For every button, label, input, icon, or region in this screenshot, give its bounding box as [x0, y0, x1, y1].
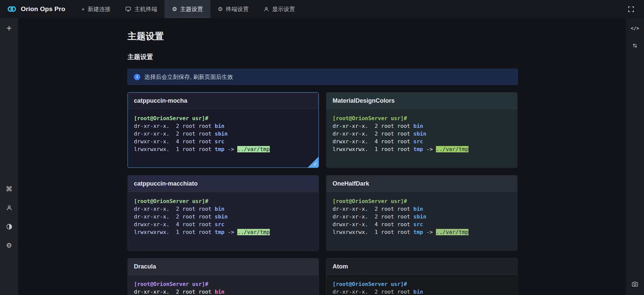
terminal-line: lrwxrwxrwx. 1 root root tmp -> ../var/tm… [134, 145, 312, 153]
app-logo-icon [7, 4, 17, 14]
nav-host-terminal[interactable]: 主机终端 [118, 0, 164, 18]
gear-icon: ⚙ [172, 6, 177, 12]
fullscreen-icon [628, 6, 634, 12]
theme-card-header: catppuccin-macchiato [128, 176, 318, 192]
theme-card-Atom[interactable]: Atom [root@OrionServer usr]#dr-xr-xr-x. … [326, 258, 517, 295]
terminal-line: lrwxrwxrwx. 1 root root tmp -> ../var/tm… [333, 145, 511, 153]
terminal-preview: [root@OrionServer usr]#dr-xr-xr-x. 2 roo… [128, 109, 318, 153]
terminal-line: drwxr-xr-x. 4 root root src [333, 220, 511, 228]
terminal-line: [root@OrionServer usr]# [134, 280, 312, 288]
terminal-line: dr-xr-xr-x. 2 root root bin [333, 288, 511, 295]
nav-label-theme-settings: 主题设置 [180, 5, 203, 13]
nav-label-terminal-settings: 终端设置 [226, 5, 249, 13]
info-alert: i 选择后会立刻保存, 刷新页面后生效 [128, 69, 518, 85]
top-navbar: Orion Ops Pro + 新建连接 主机终端 ⚙ 主题设置 ⚙ 终端设置 … [0, 0, 644, 18]
add-connection-button[interactable]: + [3, 22, 15, 34]
terminal-line: dr-xr-xr-x. 2 root root bin [333, 122, 511, 130]
terminal-line: dr-xr-xr-x. 2 root root sbin [134, 213, 312, 220]
theme-name: catppuccin-mocha [134, 97, 187, 104]
command-palette-button[interactable]: ⌘ [3, 183, 15, 195]
theme-card-catppuccin-macchiato[interactable]: catppuccin-macchiato [root@OrionServer u… [128, 175, 319, 251]
terminal-preview: [root@OrionServer usr]#dr-xr-xr-x. 2 roo… [327, 275, 517, 295]
settings-button[interactable]: ⚙ [3, 239, 15, 251]
nav-label-new-connection: 新建连接 [88, 5, 110, 13]
theme-card-OneHalfDark[interactable]: OneHalfDark [root@OrionServer usr]#dr-xr… [326, 175, 517, 251]
left-sidebar: + ⌘ ⚙ [0, 18, 18, 295]
theme-card-header: Dracula [128, 258, 318, 275]
plus-icon: + [6, 23, 12, 34]
terminal-line: lrwxrwxrwx. 1 root root tmp -> ../var/tm… [333, 228, 511, 236]
check-icon: ✓ [313, 161, 317, 167]
terminal-line: dr-xr-xr-x. 2 root root bin [333, 205, 511, 213]
terminal-line: [root@OrionServer usr]# [134, 114, 312, 122]
code-view-button[interactable]: </> [629, 22, 641, 34]
terminal-preview: [root@OrionServer usr]#dr-xr-xr-x. 2 roo… [128, 192, 318, 236]
main-content: 主题设置 主题设置 i 选择后会立刻保存, 刷新页面后生效 catppuccin… [18, 18, 626, 295]
terminal-line: [root@OrionServer usr]# [333, 280, 511, 288]
fullscreen-button[interactable] [625, 3, 637, 15]
terminal-preview: [root@OrionServer usr]#dr-xr-xr-x. 2 roo… [128, 275, 318, 295]
theme-card-catppuccin-mocha[interactable]: catppuccin-mocha [root@OrionServer usr]#… [128, 92, 319, 168]
theme-name: MaterialDesignColors [333, 97, 395, 104]
gear-icon: ⚙ [218, 6, 223, 12]
theme-card-header: Atom [327, 258, 517, 275]
terminal-preview: [root@OrionServer usr]#dr-xr-xr-x. 2 roo… [327, 109, 517, 153]
terminal-line: [root@OrionServer usr]# [333, 114, 511, 122]
theme-grid: catppuccin-mocha [root@OrionServer usr]#… [128, 92, 518, 295]
theme-icon [6, 224, 12, 230]
theme-name: Dracula [134, 263, 156, 270]
terminal-line: dr-xr-xr-x. 2 root root bin [134, 122, 312, 130]
terminal-preview: [root@OrionServer usr]#dr-xr-xr-x. 2 roo… [327, 192, 517, 236]
nav-new-connection[interactable]: + 新建连接 [74, 0, 118, 18]
gear-icon: ⚙ [6, 242, 12, 249]
theme-name: OneHalfDark [333, 180, 369, 187]
terminal-line: drwxr-xr-x. 4 root root src [134, 220, 312, 228]
nav-display-settings[interactable]: 显示设置 [256, 0, 302, 18]
nav-label-host-terminal: 主机终端 [134, 5, 157, 13]
theme-card-header: MaterialDesignColors [327, 93, 517, 109]
theme-toggle-button[interactable] [3, 220, 15, 233]
terminal-line: dr-xr-xr-x. 2 root root sbin [333, 130, 511, 138]
page-title: 主题设置 [128, 31, 518, 42]
command-icon: ⌘ [6, 186, 12, 192]
terminal-line: dr-xr-xr-x. 2 root root bin [134, 288, 312, 295]
theme-name: Atom [333, 263, 348, 270]
code-icon: </> [631, 26, 639, 31]
terminal-line: dr-xr-xr-x. 2 root root bin [134, 205, 312, 213]
sort-icon [632, 43, 638, 49]
terminal-line: [root@OrionServer usr]# [333, 197, 511, 205]
screenshot-button[interactable] [629, 278, 641, 290]
terminal-line: lrwxrwxrwx. 1 root root tmp -> ../var/tm… [134, 228, 312, 236]
app-title: Orion Ops Pro [21, 5, 65, 13]
camera-icon [632, 281, 638, 288]
nav-theme-settings[interactable]: ⚙ 主题设置 [164, 0, 210, 18]
user-profile-button[interactable] [3, 202, 15, 214]
user-icon [263, 6, 269, 12]
terminal-line: drwxr-xr-x. 4 root root src [333, 138, 511, 145]
terminal-line: [root@OrionServer usr]# [134, 197, 312, 205]
terminal-line: dr-xr-xr-x. 2 root root sbin [333, 213, 511, 220]
user-icon [6, 205, 12, 211]
info-icon: i [134, 74, 140, 80]
theme-card-header: OneHalfDark [327, 176, 517, 192]
nav-label-display-settings: 显示设置 [272, 5, 295, 13]
nav-terminal-settings[interactable]: ⚙ 终端设置 [210, 0, 256, 18]
terminal-icon [125, 6, 131, 12]
plus-icon: + [81, 6, 85, 12]
terminal-line: drwxr-xr-x. 4 root root src [134, 138, 312, 145]
terminal-line: dr-xr-xr-x. 2 root root sbin [134, 130, 312, 138]
theme-card-MaterialDesignColors[interactable]: MaterialDesignColors [root@OrionServer u… [326, 92, 517, 168]
theme-name: catppuccin-macchiato [134, 180, 198, 187]
right-sidebar: </> [626, 18, 644, 295]
section-title: 主题设置 [128, 53, 518, 61]
theme-card-header: catppuccin-mocha [128, 93, 318, 109]
alert-text: 选择后会立刻保存, 刷新页面后生效 [144, 73, 233, 81]
app-brand: Orion Ops Pro [0, 0, 74, 18]
theme-card-Dracula[interactable]: Dracula [root@OrionServer usr]#dr-xr-xr-… [128, 258, 319, 295]
sort-button[interactable] [629, 40, 641, 52]
